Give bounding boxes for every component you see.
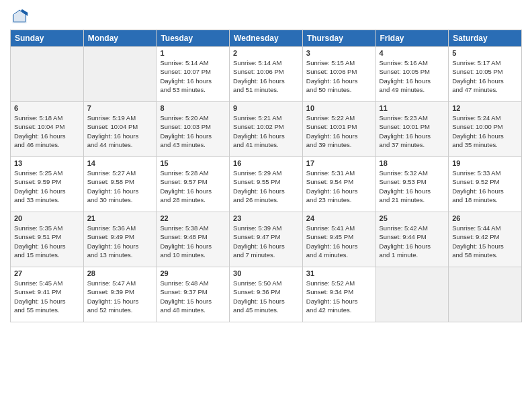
- day-info: Sunrise: 5:25 AMSunset: 9:59 PMDaylight:…: [14, 169, 80, 204]
- day-info: Sunrise: 5:41 AMSunset: 9:45 PMDaylight:…: [306, 224, 372, 259]
- day-number: 21: [87, 214, 153, 222]
- day-info: Sunrise: 5:36 AMSunset: 9:49 PMDaylight:…: [87, 224, 153, 259]
- day-info: Sunrise: 5:29 AMSunset: 9:55 PMDaylight:…: [233, 169, 299, 204]
- calendar-cell: 21Sunrise: 5:36 AMSunset: 9:49 PMDayligh…: [83, 212, 157, 267]
- day-number: 27: [14, 269, 80, 277]
- day-info: Sunrise: 5:24 AMSunset: 10:00 PMDaylight…: [452, 113, 518, 149]
- calendar-cell: [11, 47, 84, 102]
- calendar-week-row: 27Sunrise: 5:45 AMSunset: 9:41 PMDayligh…: [11, 267, 522, 322]
- day-number: 16: [233, 159, 299, 167]
- day-info: Sunrise: 5:48 AMSunset: 9:37 PMDaylight:…: [160, 279, 226, 314]
- weekday-header-sunday: Sunday: [11, 30, 84, 47]
- day-number: 9: [233, 104, 299, 112]
- calendar-cell: 8Sunrise: 5:20 AMSunset: 10:03 PMDayligh…: [157, 102, 230, 157]
- day-info: Sunrise: 5:32 AMSunset: 9:53 PMDaylight:…: [380, 169, 445, 204]
- day-number: 10: [306, 104, 372, 112]
- calendar-cell: 3Sunrise: 5:15 AMSunset: 10:06 PMDayligh…: [302, 47, 375, 102]
- day-info: Sunrise: 5:14 AMSunset: 10:07 PMDaylight…: [160, 58, 226, 94]
- calendar-cell: 19Sunrise: 5:33 AMSunset: 9:52 PMDayligh…: [449, 157, 522, 212]
- day-number: 24: [306, 214, 372, 222]
- calendar-cell: 4Sunrise: 5:16 AMSunset: 10:05 PMDayligh…: [375, 47, 449, 102]
- calendar-cell: 16Sunrise: 5:29 AMSunset: 9:55 PMDayligh…: [230, 157, 303, 212]
- day-info: Sunrise: 5:50 AMSunset: 9:36 PMDaylight:…: [233, 279, 299, 314]
- calendar-cell: 20Sunrise: 5:35 AMSunset: 9:51 PMDayligh…: [11, 212, 84, 267]
- day-info: Sunrise: 5:27 AMSunset: 9:58 PMDaylight:…: [87, 169, 153, 204]
- weekday-header-tuesday: Tuesday: [157, 30, 230, 47]
- day-number: 8: [160, 104, 226, 112]
- weekday-header-thursday: Thursday: [302, 30, 375, 47]
- calendar-cell: 31Sunrise: 5:52 AMSunset: 9:34 PMDayligh…: [302, 267, 375, 322]
- calendar-cell: [83, 47, 157, 102]
- calendar-week-row: 6Sunrise: 5:18 AMSunset: 10:04 PMDayligh…: [11, 102, 522, 157]
- calendar-cell: 11Sunrise: 5:23 AMSunset: 10:01 PMDaylig…: [375, 102, 449, 157]
- calendar-cell: 6Sunrise: 5:18 AMSunset: 10:04 PMDayligh…: [11, 102, 84, 157]
- day-info: Sunrise: 5:17 AMSunset: 10:05 PMDaylight…: [452, 58, 518, 94]
- logo: [10, 7, 32, 26]
- calendar-cell: 18Sunrise: 5:32 AMSunset: 9:53 PMDayligh…: [375, 157, 449, 212]
- day-info: Sunrise: 5:16 AMSunset: 10:05 PMDaylight…: [380, 58, 445, 94]
- calendar-header-row: SundayMondayTuesdayWednesdayThursdayFrid…: [11, 30, 522, 47]
- calendar-cell: 12Sunrise: 5:24 AMSunset: 10:00 PMDaylig…: [449, 102, 522, 157]
- day-number: 28: [87, 269, 153, 277]
- day-info: Sunrise: 5:22 AMSunset: 10:01 PMDaylight…: [306, 113, 372, 149]
- day-number: 15: [160, 159, 226, 167]
- calendar-cell: 14Sunrise: 5:27 AMSunset: 9:58 PMDayligh…: [83, 157, 157, 212]
- day-info: Sunrise: 5:33 AMSunset: 9:52 PMDaylight:…: [452, 169, 518, 204]
- day-number: 5: [452, 49, 518, 57]
- page: SundayMondayTuesdayWednesdayThursdayFrid…: [0, 0, 532, 411]
- day-info: Sunrise: 5:19 AMSunset: 10:04 PMDaylight…: [87, 113, 153, 149]
- day-number: 2: [233, 49, 299, 57]
- calendar-cell: 5Sunrise: 5:17 AMSunset: 10:05 PMDayligh…: [449, 47, 522, 102]
- weekday-header-friday: Friday: [375, 30, 449, 47]
- day-info: Sunrise: 5:35 AMSunset: 9:51 PMDaylight:…: [14, 224, 80, 259]
- day-number: 14: [87, 159, 153, 167]
- calendar-cell: 25Sunrise: 5:42 AMSunset: 9:44 PMDayligh…: [375, 212, 449, 267]
- day-info: Sunrise: 5:31 AMSunset: 9:54 PMDaylight:…: [306, 169, 372, 204]
- day-number: 23: [233, 214, 299, 222]
- day-number: 17: [306, 159, 372, 167]
- day-info: Sunrise: 5:44 AMSunset: 9:42 PMDaylight:…: [452, 224, 518, 259]
- day-number: 4: [380, 49, 445, 57]
- day-info: Sunrise: 5:21 AMSunset: 10:02 PMDaylight…: [233, 113, 299, 149]
- day-number: 20: [14, 214, 80, 222]
- calendar-week-row: 1Sunrise: 5:14 AMSunset: 10:07 PMDayligh…: [11, 47, 522, 102]
- calendar-cell: 28Sunrise: 5:47 AMSunset: 9:39 PMDayligh…: [83, 267, 157, 322]
- calendar-cell: [449, 267, 522, 322]
- calendar-cell: 2Sunrise: 5:14 AMSunset: 10:06 PMDayligh…: [230, 47, 303, 102]
- calendar-cell: 27Sunrise: 5:45 AMSunset: 9:41 PMDayligh…: [11, 267, 84, 322]
- day-info: Sunrise: 5:28 AMSunset: 9:57 PMDaylight:…: [160, 169, 226, 204]
- calendar-week-row: 13Sunrise: 5:25 AMSunset: 9:59 PMDayligh…: [11, 157, 522, 212]
- calendar-cell: 15Sunrise: 5:28 AMSunset: 9:57 PMDayligh…: [157, 157, 230, 212]
- day-number: 18: [380, 159, 445, 167]
- day-number: 19: [452, 159, 518, 167]
- calendar-cell: 17Sunrise: 5:31 AMSunset: 9:54 PMDayligh…: [302, 157, 375, 212]
- weekday-header-wednesday: Wednesday: [230, 30, 303, 47]
- logo-icon: [10, 7, 29, 26]
- day-number: 1: [160, 49, 226, 57]
- weekday-header-monday: Monday: [83, 30, 157, 47]
- weekday-header-saturday: Saturday: [449, 30, 522, 47]
- day-number: 30: [233, 269, 299, 277]
- header: [10, 7, 522, 26]
- calendar-cell: 30Sunrise: 5:50 AMSunset: 9:36 PMDayligh…: [230, 267, 303, 322]
- day-info: Sunrise: 5:39 AMSunset: 9:47 PMDaylight:…: [233, 224, 299, 259]
- day-number: 6: [14, 104, 80, 112]
- day-number: 31: [306, 269, 372, 277]
- calendar-cell: 13Sunrise: 5:25 AMSunset: 9:59 PMDayligh…: [11, 157, 84, 212]
- day-number: 7: [87, 104, 153, 112]
- day-number: 26: [452, 214, 518, 222]
- day-info: Sunrise: 5:14 AMSunset: 10:06 PMDaylight…: [233, 58, 299, 94]
- day-info: Sunrise: 5:23 AMSunset: 10:01 PMDaylight…: [380, 113, 445, 149]
- calendar-table: SundayMondayTuesdayWednesdayThursdayFrid…: [10, 30, 522, 322]
- day-number: 29: [160, 269, 226, 277]
- calendar-cell: 26Sunrise: 5:44 AMSunset: 9:42 PMDayligh…: [449, 212, 522, 267]
- calendar-cell: 22Sunrise: 5:38 AMSunset: 9:48 PMDayligh…: [157, 212, 230, 267]
- day-number: 12: [452, 104, 518, 112]
- day-info: Sunrise: 5:20 AMSunset: 10:03 PMDaylight…: [160, 113, 226, 149]
- day-info: Sunrise: 5:45 AMSunset: 9:41 PMDaylight:…: [14, 279, 80, 314]
- calendar-cell: 29Sunrise: 5:48 AMSunset: 9:37 PMDayligh…: [157, 267, 230, 322]
- calendar-cell: 23Sunrise: 5:39 AMSunset: 9:47 PMDayligh…: [230, 212, 303, 267]
- day-number: 11: [380, 104, 445, 112]
- calendar-cell: 7Sunrise: 5:19 AMSunset: 10:04 PMDayligh…: [83, 102, 157, 157]
- calendar-cell: 24Sunrise: 5:41 AMSunset: 9:45 PMDayligh…: [302, 212, 375, 267]
